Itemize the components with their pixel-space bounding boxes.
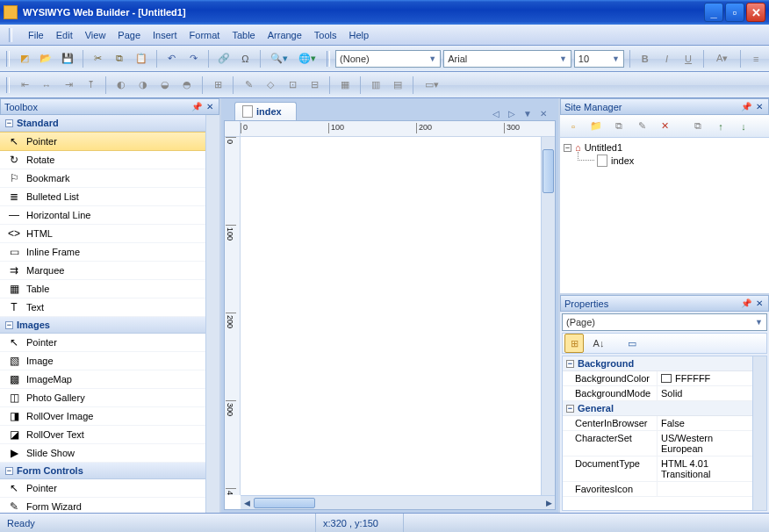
redo-button[interactable]: ↷ bbox=[183, 49, 203, 68]
toolbox-item[interactable]: ↖Pointer bbox=[0, 479, 205, 498]
collapse-icon[interactable]: − bbox=[5, 467, 13, 475]
menu-tools[interactable]: Tools bbox=[314, 30, 337, 40]
tab-prev-button[interactable]: ◁ bbox=[489, 106, 503, 120]
close-icon[interactable]: ✕ bbox=[753, 101, 765, 112]
textcolor-button[interactable]: A▾ bbox=[709, 49, 735, 68]
property-pages-button[interactable]: ▭ bbox=[622, 334, 642, 353]
collapse-icon[interactable]: − bbox=[566, 405, 574, 413]
collapse-icon[interactable]: − bbox=[566, 360, 574, 368]
save-button[interactable]: 💾 bbox=[58, 49, 77, 68]
lock-button[interactable]: ⊡ bbox=[283, 75, 302, 95]
hyperlink-button[interactable]: 🔗 bbox=[214, 49, 234, 68]
window-close-button[interactable]: ✕ bbox=[746, 3, 765, 22]
property-row[interactable]: CharacterSetUS/Western European bbox=[563, 431, 752, 457]
sm-up-button[interactable]: ↑ bbox=[711, 117, 730, 136]
pin-icon[interactable]: 📌 bbox=[740, 101, 751, 112]
sm-new-page-button[interactable]: ▫ bbox=[564, 117, 583, 136]
close-icon[interactable]: ✕ bbox=[204, 101, 215, 112]
move-backward-button[interactable]: ◓ bbox=[177, 75, 197, 95]
tab-close-button[interactable]: ✕ bbox=[536, 106, 550, 120]
toolbox-item[interactable]: ▧Image bbox=[0, 352, 205, 370]
paste-button[interactable]: 📋 bbox=[132, 49, 151, 68]
font-combo[interactable]: Arial▼ bbox=[443, 50, 571, 68]
fontsize-combo[interactable]: 10▼ bbox=[574, 50, 624, 68]
bold-button[interactable]: B bbox=[636, 49, 655, 68]
tbl-insert-button[interactable]: ▥ bbox=[366, 75, 385, 95]
send-back-button[interactable]: ◑ bbox=[133, 75, 153, 95]
horizontal-scrollbar[interactable]: ◀▶ bbox=[241, 495, 555, 509]
pin-icon[interactable]: 📌 bbox=[190, 101, 202, 112]
menu-table[interactable]: Table bbox=[232, 30, 255, 40]
bring-front-button[interactable]: ◐ bbox=[111, 75, 131, 95]
shape-tool-button[interactable]: ◇ bbox=[261, 75, 280, 95]
sm-delete-button[interactable]: ✕ bbox=[655, 117, 674, 136]
publish-button[interactable]: 🌐▾ bbox=[295, 49, 320, 68]
property-selector-combo[interactable]: (Page)▼ bbox=[562, 313, 767, 331]
property-row[interactable]: BackgroundColorFFFFFF bbox=[563, 371, 752, 386]
underline-button[interactable]: U bbox=[679, 49, 698, 68]
move-forward-button[interactable]: ◒ bbox=[155, 75, 175, 95]
property-row[interactable]: CenterInBrowserFalse bbox=[563, 416, 752, 431]
menu-arrange[interactable]: Arrange bbox=[268, 30, 302, 40]
group-button[interactable]: ⊞ bbox=[208, 75, 227, 95]
property-category[interactable]: −Background bbox=[563, 356, 752, 371]
toolbox-item[interactable]: <>HTML bbox=[0, 225, 205, 243]
toolbox-item[interactable]: ◪RollOver Text bbox=[0, 426, 205, 444]
property-row[interactable]: DocumentTypeHTML 4.01 Transitional bbox=[563, 457, 752, 482]
toolbox-item[interactable]: ✎Form Wizard bbox=[0, 498, 205, 513]
tab-next-button[interactable]: ▷ bbox=[505, 106, 519, 120]
align-center-obj-button[interactable]: ↔ bbox=[37, 75, 56, 95]
toolbox-item[interactable]: ≣Bulleted List bbox=[0, 188, 205, 206]
close-icon[interactable]: ✕ bbox=[753, 298, 765, 309]
undo-button[interactable]: ↶ bbox=[162, 49, 182, 68]
collapse-icon[interactable]: − bbox=[5, 119, 13, 127]
toolbox-item[interactable]: ▭Inline Frame bbox=[0, 243, 205, 262]
style-combo[interactable]: (None)▼ bbox=[335, 50, 441, 68]
sm-properties-button[interactable]: ⧉ bbox=[688, 117, 708, 136]
toolbox-item[interactable]: —Horizontal Line bbox=[0, 206, 205, 225]
minimize-button[interactable]: _ bbox=[704, 3, 723, 22]
sm-new-folder-button[interactable]: 📁 bbox=[586, 117, 606, 136]
preview-button[interactable]: 🔍▾ bbox=[266, 49, 291, 68]
align-top-obj-button[interactable]: ⤒ bbox=[81, 75, 100, 95]
menu-file[interactable]: File bbox=[28, 30, 44, 40]
toolbar-handle-3[interactable] bbox=[6, 77, 10, 93]
copy-button[interactable]: ⧉ bbox=[110, 49, 129, 68]
toolbox-item[interactable]: ⚐Bookmark bbox=[0, 169, 205, 188]
menu-view[interactable]: View bbox=[85, 30, 106, 40]
tbl-delete-button[interactable]: ▤ bbox=[388, 75, 407, 95]
alphabetical-button[interactable]: A↓ bbox=[589, 334, 608, 353]
menu-insert[interactable]: Insert bbox=[153, 30, 177, 40]
sm-edit-button[interactable]: ✎ bbox=[632, 117, 651, 136]
open-button[interactable]: 📂 bbox=[37, 49, 56, 68]
property-category[interactable]: −General bbox=[563, 401, 752, 416]
toolbox-scrollbar[interactable] bbox=[205, 115, 219, 513]
align-right-obj-button[interactable]: ⇥ bbox=[59, 75, 78, 95]
toolbox-item[interactable]: ▶Slide Show bbox=[0, 444, 205, 463]
edit-tool-button[interactable]: ✎ bbox=[239, 75, 258, 95]
italic-button[interactable]: I bbox=[658, 49, 677, 68]
toolbox-item[interactable]: TText bbox=[0, 298, 205, 317]
toolbox-item[interactable]: ↻Rotate bbox=[0, 151, 205, 169]
toolbox-category[interactable]: −Standard bbox=[0, 115, 205, 132]
symbol-button[interactable]: Ω bbox=[236, 49, 255, 68]
property-scrollbar[interactable] bbox=[752, 356, 766, 510]
menubar-handle[interactable] bbox=[9, 28, 12, 42]
menu-edit[interactable]: Edit bbox=[56, 30, 73, 40]
collapse-icon[interactable]: − bbox=[5, 321, 13, 329]
sm-copy-button[interactable]: ⧉ bbox=[609, 117, 629, 136]
tab-index[interactable]: index bbox=[234, 102, 297, 120]
align-left-obj-button[interactable]: ⇤ bbox=[15, 75, 34, 95]
property-row[interactable]: BackgroundModeSolid bbox=[563, 386, 752, 401]
snap-button[interactable]: ▦ bbox=[335, 75, 355, 95]
menu-help[interactable]: Help bbox=[349, 30, 370, 40]
align-left-button[interactable]: ≡ bbox=[746, 49, 765, 68]
tree-page-index[interactable]: index bbox=[564, 154, 765, 168]
tab-menu-button[interactable]: ▼ bbox=[521, 106, 535, 120]
toolbox-item[interactable]: ◨RollOver Image bbox=[0, 407, 205, 426]
toolbox-category[interactable]: −Form Controls bbox=[0, 463, 205, 479]
cut-button[interactable]: ✂ bbox=[89, 49, 108, 68]
page-canvas[interactable] bbox=[241, 137, 541, 495]
toolbox-item[interactable]: ▦Table bbox=[0, 280, 205, 298]
toolbox-item[interactable]: ↖Pointer bbox=[0, 334, 205, 352]
